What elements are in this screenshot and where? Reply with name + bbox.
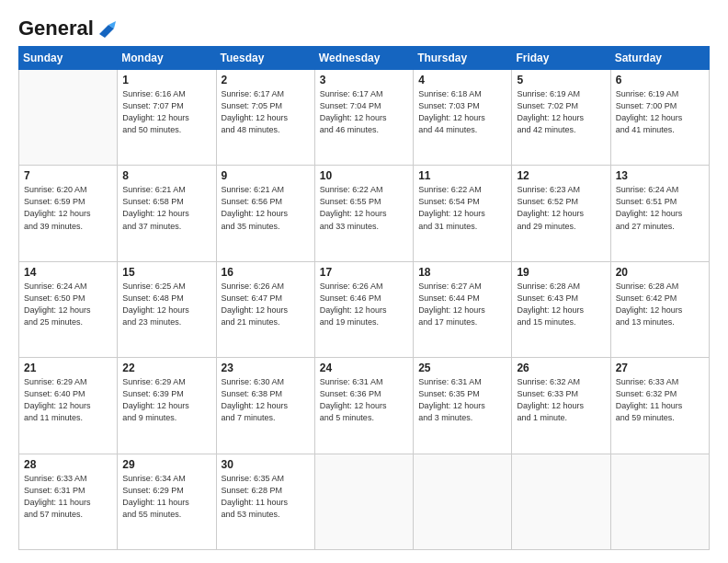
day-info: Sunrise: 6:28 AM Sunset: 6:42 PM Dayligh… (616, 281, 704, 328)
day-info: Sunrise: 6:35 AM Sunset: 6:28 PM Dayligh… (222, 473, 310, 521)
day-number: 1 (122, 74, 210, 86)
calendar-week-row: 14Sunrise: 6:24 AM Sunset: 6:50 PM Dayli… (19, 261, 710, 357)
day-info: Sunrise: 6:18 AM Sunset: 7:03 PM Dayligh… (418, 88, 506, 136)
day-number: 27 (616, 362, 704, 374)
header: General (18, 17, 710, 37)
day-number: 6 (616, 74, 704, 86)
table-row (512, 454, 610, 549)
day-info: Sunrise: 6:21 AM Sunset: 6:56 PM Dayligh… (222, 184, 310, 232)
day-info: Sunrise: 6:31 AM Sunset: 6:36 PM Dayligh… (320, 376, 408, 424)
day-number: 24 (320, 362, 408, 374)
table-row: 2Sunrise: 6:17 AM Sunset: 7:05 PM Daylig… (216, 70, 314, 166)
table-row: 22Sunrise: 6:29 AM Sunset: 6:39 PM Dayli… (118, 358, 216, 454)
day-number: 17 (320, 266, 408, 279)
day-number: 14 (24, 266, 112, 279)
table-row: 10Sunrise: 6:22 AM Sunset: 6:55 PM Dayli… (314, 166, 413, 261)
day-number: 18 (418, 266, 506, 279)
day-info: Sunrise: 6:20 AM Sunset: 6:59 PM Dayligh… (24, 184, 112, 232)
day-info: Sunrise: 6:29 AM Sunset: 6:39 PM Dayligh… (122, 376, 210, 424)
day-number: 23 (222, 362, 310, 374)
table-row (414, 454, 512, 549)
day-number: 25 (418, 362, 506, 374)
day-number: 22 (122, 362, 210, 374)
col-sunday: Sunday (19, 47, 118, 70)
table-row (610, 454, 709, 549)
table-row: 28Sunrise: 6:33 AM Sunset: 6:31 PM Dayli… (19, 454, 118, 549)
table-row: 17Sunrise: 6:26 AM Sunset: 6:46 PM Dayli… (314, 261, 413, 357)
calendar-week-row: 28Sunrise: 6:33 AM Sunset: 6:31 PM Dayli… (19, 454, 710, 549)
day-info: Sunrise: 6:19 AM Sunset: 7:02 PM Dayligh… (517, 88, 605, 136)
day-info: Sunrise: 6:34 AM Sunset: 6:29 PM Dayligh… (122, 473, 210, 521)
table-row: 5Sunrise: 6:19 AM Sunset: 7:02 PM Daylig… (512, 70, 610, 166)
logo: General (18, 17, 116, 37)
day-number: 9 (222, 169, 310, 182)
day-number: 29 (122, 458, 210, 471)
day-number: 3 (320, 74, 408, 86)
day-info: Sunrise: 6:24 AM Sunset: 6:51 PM Dayligh… (616, 184, 704, 232)
day-info: Sunrise: 6:16 AM Sunset: 7:07 PM Dayligh… (122, 88, 210, 136)
day-info: Sunrise: 6:32 AM Sunset: 6:33 PM Dayligh… (517, 376, 605, 424)
day-info: Sunrise: 6:26 AM Sunset: 6:47 PM Dayligh… (222, 281, 310, 328)
calendar-week-row: 1Sunrise: 6:16 AM Sunset: 7:07 PM Daylig… (19, 70, 710, 166)
day-number: 19 (517, 266, 605, 279)
table-row (19, 70, 118, 166)
table-row: 26Sunrise: 6:32 AM Sunset: 6:33 PM Dayli… (512, 358, 610, 454)
day-number: 11 (418, 169, 506, 182)
day-number: 15 (122, 266, 210, 279)
table-row: 16Sunrise: 6:26 AM Sunset: 6:47 PM Dayli… (216, 261, 314, 357)
table-row: 1Sunrise: 6:16 AM Sunset: 7:07 PM Daylig… (118, 70, 216, 166)
day-info: Sunrise: 6:19 AM Sunset: 7:00 PM Dayligh… (616, 88, 704, 136)
calendar-week-row: 7Sunrise: 6:20 AM Sunset: 6:59 PM Daylig… (19, 166, 710, 261)
col-monday: Monday (118, 47, 216, 70)
col-wednesday: Wednesday (314, 47, 413, 70)
day-number: 20 (616, 266, 704, 279)
calendar-header-row: Sunday Monday Tuesday Wednesday Thursday… (19, 47, 710, 70)
day-number: 2 (222, 74, 310, 86)
day-info: Sunrise: 6:33 AM Sunset: 6:32 PM Dayligh… (616, 376, 704, 424)
day-info: Sunrise: 6:33 AM Sunset: 6:31 PM Dayligh… (24, 473, 112, 521)
day-number: 12 (517, 169, 605, 182)
day-number: 10 (320, 169, 408, 182)
day-number: 28 (24, 458, 112, 471)
table-row: 23Sunrise: 6:30 AM Sunset: 6:38 PM Dayli… (216, 358, 314, 454)
day-number: 30 (222, 458, 310, 471)
page: General Sunday Monday Tuesday Wednesday … (0, 0, 728, 563)
table-row: 19Sunrise: 6:28 AM Sunset: 6:43 PM Dayli… (512, 261, 610, 357)
day-number: 4 (418, 74, 506, 86)
day-info: Sunrise: 6:17 AM Sunset: 7:05 PM Dayligh… (222, 88, 310, 136)
table-row: 25Sunrise: 6:31 AM Sunset: 6:35 PM Dayli… (414, 358, 512, 454)
logo-general: General (18, 17, 94, 40)
table-row: 12Sunrise: 6:23 AM Sunset: 6:52 PM Dayli… (512, 166, 610, 261)
col-friday: Friday (512, 47, 610, 70)
table-row (314, 454, 413, 549)
day-info: Sunrise: 6:26 AM Sunset: 6:46 PM Dayligh… (320, 281, 408, 328)
day-info: Sunrise: 6:23 AM Sunset: 6:52 PM Dayligh… (517, 184, 605, 232)
calendar-table: Sunday Monday Tuesday Wednesday Thursday… (18, 46, 710, 550)
day-number: 26 (517, 362, 605, 374)
day-info: Sunrise: 6:28 AM Sunset: 6:43 PM Dayligh… (517, 281, 605, 328)
table-row: 9Sunrise: 6:21 AM Sunset: 6:56 PM Daylig… (216, 166, 314, 261)
day-number: 8 (122, 169, 210, 182)
col-thursday: Thursday (414, 47, 512, 70)
col-tuesday: Tuesday (216, 47, 314, 70)
table-row: 3Sunrise: 6:17 AM Sunset: 7:04 PM Daylig… (314, 70, 413, 166)
logo-bird-icon (96, 21, 116, 38)
table-row: 29Sunrise: 6:34 AM Sunset: 6:29 PM Dayli… (118, 454, 216, 549)
day-info: Sunrise: 6:27 AM Sunset: 6:44 PM Dayligh… (418, 281, 506, 328)
table-row: 4Sunrise: 6:18 AM Sunset: 7:03 PM Daylig… (414, 70, 512, 166)
table-row: 7Sunrise: 6:20 AM Sunset: 6:59 PM Daylig… (19, 166, 118, 261)
table-row: 8Sunrise: 6:21 AM Sunset: 6:58 PM Daylig… (118, 166, 216, 261)
day-info: Sunrise: 6:24 AM Sunset: 6:50 PM Dayligh… (24, 281, 112, 328)
table-row: 15Sunrise: 6:25 AM Sunset: 6:48 PM Dayli… (118, 261, 216, 357)
table-row: 18Sunrise: 6:27 AM Sunset: 6:44 PM Dayli… (414, 261, 512, 357)
day-number: 5 (517, 74, 605, 86)
day-info: Sunrise: 6:17 AM Sunset: 7:04 PM Dayligh… (320, 88, 408, 136)
day-info: Sunrise: 6:25 AM Sunset: 6:48 PM Dayligh… (122, 281, 210, 328)
calendar-week-row: 21Sunrise: 6:29 AM Sunset: 6:40 PM Dayli… (19, 358, 710, 454)
table-row: 24Sunrise: 6:31 AM Sunset: 6:36 PM Dayli… (314, 358, 413, 454)
col-saturday: Saturday (610, 47, 709, 70)
table-row: 11Sunrise: 6:22 AM Sunset: 6:54 PM Dayli… (414, 166, 512, 261)
day-info: Sunrise: 6:22 AM Sunset: 6:55 PM Dayligh… (320, 184, 408, 232)
table-row: 21Sunrise: 6:29 AM Sunset: 6:40 PM Dayli… (19, 358, 118, 454)
table-row: 27Sunrise: 6:33 AM Sunset: 6:32 PM Dayli… (610, 358, 709, 454)
